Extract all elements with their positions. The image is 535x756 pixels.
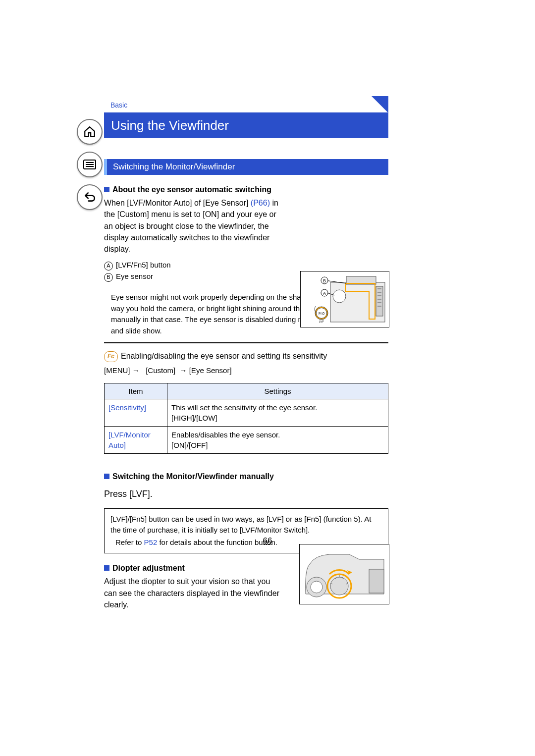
home-icon[interactable] (77, 119, 103, 145)
page-number: 66 (0, 536, 535, 546)
back-icon[interactable] (77, 184, 103, 210)
marker-a-icon: A (104, 262, 113, 270)
page-title: Using the Viewfinder (104, 113, 388, 138)
table-row: [LVF/Monitor Auto] Enables/disables the … (105, 427, 388, 454)
svg-text:Fn5: Fn5 (319, 312, 324, 315)
table-head-settings: Settings (167, 383, 388, 399)
table-row: [Sensitivity] This will set the sensitiv… (105, 399, 388, 427)
menu-path: [MENU] → [Custom] → [Eye Sensor] (104, 365, 388, 376)
section1-heading: About the eye sensor automatic switching (104, 184, 388, 195)
svg-point-27 (311, 581, 322, 593)
top-breadcrumb: Basic (104, 96, 388, 113)
page-ref-link[interactable]: (P66) (251, 199, 270, 207)
breadcrumb-label: Basic (110, 101, 127, 109)
svg-text:LVF: LVF (319, 320, 324, 323)
page-content: Basic Using the Viewfinder Switching the… (104, 96, 388, 610)
square-bullet-icon (104, 474, 109, 479)
svg-point-29 (330, 577, 348, 595)
settings-table: Item Settings [Sensitivity] This will se… (104, 383, 388, 454)
section2-heading: Switching the Monitor/Viewfinder manuall… (104, 471, 388, 482)
svg-text:A: A (323, 291, 326, 296)
section1-paragraph: When [LVF/Monitor Auto] of [Eye Sensor] … (104, 197, 282, 255)
fc-row: FcEnabling/disabling the eye sensor and … (104, 350, 388, 362)
section3-paragraph: Adjust the diopter to suit your vision s… (104, 576, 282, 610)
camera-diopter-illustration (299, 544, 388, 603)
svg-point-14 (333, 290, 346, 303)
section-subheading: Switching the Monitor/Viewfinder (104, 159, 388, 175)
svg-text:B: B (323, 278, 326, 283)
svg-rect-6 (376, 286, 383, 316)
camera-top-illustration: Fn5 LVF A B (300, 271, 388, 326)
contents-icon[interactable] (77, 152, 103, 177)
press-lvf-instruction: Press [LVF]. (104, 487, 388, 500)
table-head-item: Item (105, 383, 167, 399)
fc-icon: Fc (104, 351, 118, 362)
sidebar-nav (77, 119, 103, 210)
table-cell: This will set the sensitivity of the eye… (167, 399, 388, 427)
table-cell: Enables/disables the eye sensor. [ON]/[O… (167, 427, 388, 454)
svg-rect-36 (369, 569, 384, 593)
square-bullet-icon (104, 565, 109, 571)
marker-b-icon: B (104, 273, 113, 282)
square-bullet-icon (104, 187, 109, 192)
